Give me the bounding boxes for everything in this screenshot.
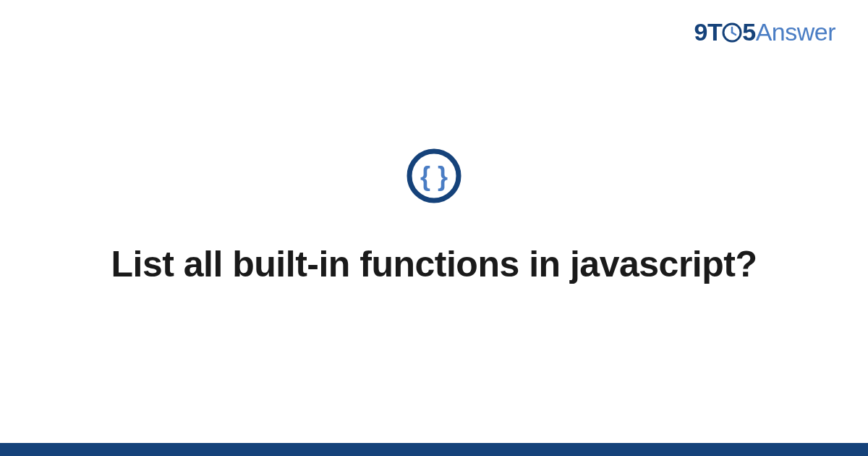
question-title: List all built-in functions in javascrip… <box>111 242 757 287</box>
topic-icon-wrapper: { } <box>406 148 462 207</box>
code-braces-icon: { } <box>406 148 462 204</box>
main-content: { } List all built-in functions in javas… <box>0 0 868 456</box>
footer-accent-bar <box>0 443 868 456</box>
svg-text:{ }: { } <box>420 161 448 191</box>
